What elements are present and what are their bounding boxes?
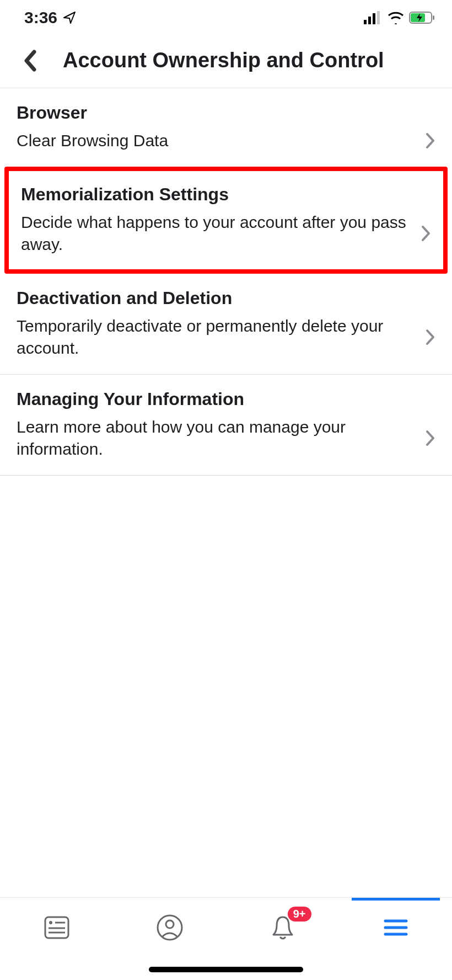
section-title-manage: Managing Your Information <box>17 389 435 409</box>
section-title-browser: Browser <box>17 103 435 123</box>
section-deactivation[interactable]: Deactivation and Deletion Temporarily de… <box>0 274 452 375</box>
row-label: Clear Browsing Data <box>17 130 174 152</box>
svg-rect-0 <box>364 20 367 24</box>
svg-rect-3 <box>377 11 380 24</box>
svg-rect-1 <box>368 17 371 24</box>
chevron-right-icon <box>426 329 435 345</box>
row-desc: Temporarily deactivate or permanently de… <box>17 315 426 360</box>
battery-charging-icon <box>409 11 435 24</box>
tab-notifications[interactable]: 9+ <box>266 911 299 944</box>
chevron-right-icon <box>426 132 435 149</box>
nav-header: Account Ownership and Control <box>0 33 452 88</box>
back-button[interactable] <box>14 44 46 77</box>
wifi-icon <box>387 11 405 24</box>
home-indicator[interactable] <box>149 967 303 972</box>
chevron-right-icon <box>426 430 435 446</box>
notification-badge: 9+ <box>288 907 311 922</box>
row-desc: Learn more about how you can manage your… <box>17 416 426 461</box>
svg-point-13 <box>166 920 174 928</box>
status-bar: 3:36 <box>0 0 452 33</box>
tab-news[interactable] <box>40 911 73 944</box>
status-time: 3:36 <box>24 8 57 27</box>
profile-icon <box>156 914 184 941</box>
svg-rect-6 <box>433 15 434 20</box>
cellular-signal-icon <box>364 11 383 24</box>
highlight-memorialization: Memorialization Settings Decide what hap… <box>4 167 448 274</box>
tab-menu[interactable] <box>379 911 412 944</box>
section-title-memorial: Memorialization Settings <box>21 184 431 205</box>
tab-profile[interactable] <box>153 911 186 944</box>
section-managing-info[interactable]: Managing Your Information Learn more abo… <box>0 375 452 476</box>
chevron-left-icon <box>23 50 37 72</box>
row-clear-browsing-data[interactable]: Clear Browsing Data <box>17 130 435 152</box>
section-title-deact: Deactivation and Deletion <box>17 288 435 308</box>
settings-content: Browser Clear Browsing Data Memorializat… <box>0 88 452 476</box>
page-title: Account Ownership and Control <box>63 49 384 72</box>
svg-point-8 <box>49 921 52 924</box>
svg-rect-2 <box>373 13 375 24</box>
hamburger-icon <box>383 918 408 938</box>
row-desc: Decide what happens to your account afte… <box>21 211 421 256</box>
section-memorialization[interactable]: Memorialization Settings Decide what hap… <box>21 184 431 256</box>
section-browser: Browser Clear Browsing Data <box>0 88 452 167</box>
location-arrow-icon <box>63 11 76 24</box>
news-icon <box>43 914 71 941</box>
chevron-right-icon <box>421 225 431 242</box>
